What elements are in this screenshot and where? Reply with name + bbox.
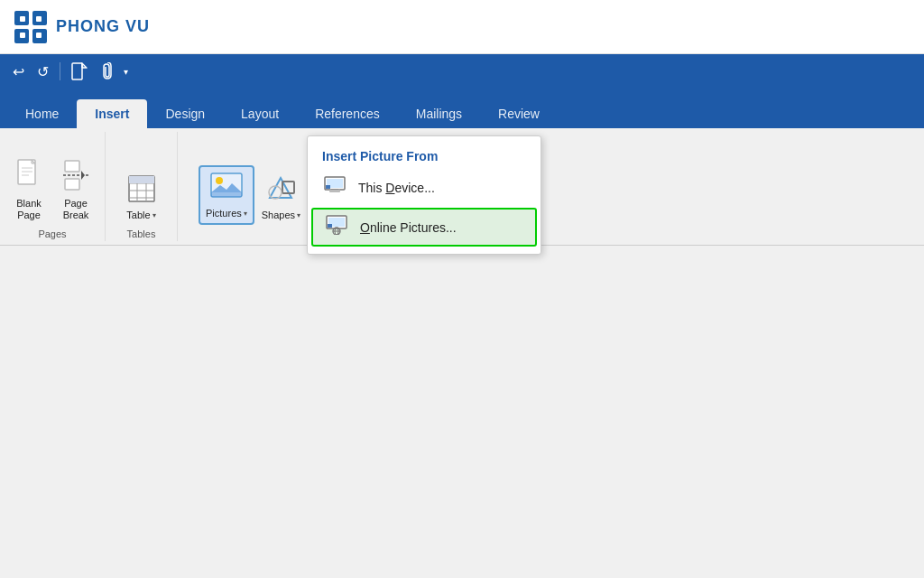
svg-rect-25 <box>146 176 154 183</box>
ribbon-group-pages: BlankPage PageBreak Pages <box>0 132 106 241</box>
content-area <box>0 246 924 578</box>
undo-button[interactable]: ↩ <box>9 61 28 82</box>
tab-mailings[interactable]: Mailings <box>398 99 480 128</box>
page-break-button[interactable]: PageBreak <box>54 155 97 225</box>
online-pictures-icon <box>324 215 349 239</box>
svg-rect-13 <box>65 161 79 172</box>
tables-group-label: Tables <box>127 228 156 239</box>
table-button[interactable]: Table ▾ <box>120 171 163 225</box>
tab-insert[interactable]: Insert <box>77 99 147 128</box>
tab-bar: Home Insert Design Layout References Mai… <box>0 89 924 128</box>
new-document-button[interactable] <box>68 61 91 82</box>
page-break-label: PageBreak <box>63 198 89 221</box>
blank-page-icon <box>16 159 42 196</box>
page-break-icon <box>63 159 88 196</box>
qa-separator <box>60 62 60 80</box>
svg-rect-28 <box>211 192 242 197</box>
blank-page-label: BlankPage <box>16 198 42 221</box>
shapes-button[interactable]: Shapes ▾ <box>256 171 306 225</box>
svg-rect-4 <box>20 16 25 22</box>
this-device-option[interactable]: This Device... <box>308 169 541 206</box>
pictures-dropdown-arrow: ▾ <box>244 210 247 218</box>
pages-group-label: Pages <box>38 228 66 239</box>
tab-layout[interactable]: Layout <box>223 99 297 128</box>
this-device-label: This Device... <box>358 181 435 195</box>
shapes-dropdown-arrow: ▾ <box>297 211 300 219</box>
online-pictures-option[interactable]: Online Pictures... <box>311 208 537 247</box>
insert-picture-dropdown: Insert Picture From This Device... <box>307 135 541 255</box>
tab-review[interactable]: Review <box>480 99 558 128</box>
tables-items: Table ▾ <box>120 135 163 225</box>
clip-button[interactable] <box>97 61 118 82</box>
table-icon <box>127 174 156 208</box>
ribbon-group-tables: Table ▾ Tables <box>106 132 178 241</box>
shapes-label: Shapes <box>262 210 295 221</box>
svg-rect-57 <box>328 224 332 228</box>
online-pictures-label: Online Pictures... <box>360 220 457 235</box>
ribbon: BlankPage PageBreak Pages <box>0 128 924 246</box>
svg-rect-5 <box>36 16 42 22</box>
pictures-label: Pictures <box>206 208 242 219</box>
svg-rect-23 <box>129 176 137 183</box>
tab-design[interactable]: Design <box>147 99 223 128</box>
table-label: Table <box>126 210 150 221</box>
svg-point-27 <box>216 177 223 184</box>
svg-rect-24 <box>137 176 146 183</box>
this-device-icon <box>322 176 347 199</box>
logo-bar: PHONG VU <box>0 0 924 54</box>
table-dropdown-arrow: ▾ <box>152 211 156 219</box>
redo-button[interactable]: ↺ <box>33 61 52 82</box>
svg-rect-54 <box>326 185 330 189</box>
dropdown-header: Insert Picture From <box>308 142 541 169</box>
svg-rect-6 <box>20 33 25 38</box>
logo-icon <box>14 11 47 43</box>
svg-marker-16 <box>81 171 85 180</box>
pages-items: BlankPage PageBreak <box>7 135 97 225</box>
svg-rect-15 <box>65 179 79 190</box>
pictures-icon <box>210 171 243 206</box>
qa-dropdown-arrow[interactable]: ▾ <box>124 67 128 77</box>
tab-home[interactable]: Home <box>7 99 77 128</box>
blank-page-button[interactable]: BlankPage <box>7 155 51 225</box>
svg-rect-8 <box>72 63 82 79</box>
quick-access-toolbar: ↩ ↺ ▾ <box>0 54 924 89</box>
shapes-icon <box>266 174 295 208</box>
logo-text: PHONG VU <box>56 17 150 36</box>
tab-references[interactable]: References <box>297 99 398 128</box>
svg-rect-53 <box>329 190 340 192</box>
pictures-button[interactable]: Pictures ▾ <box>199 165 254 225</box>
svg-rect-7 <box>36 33 42 38</box>
